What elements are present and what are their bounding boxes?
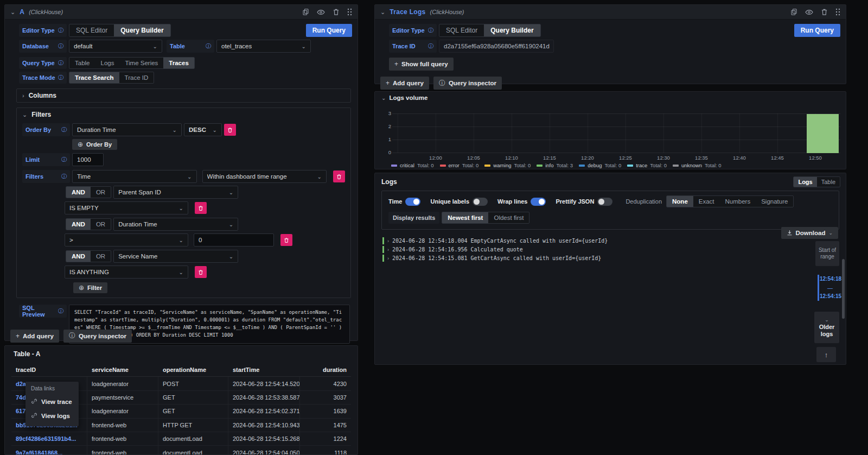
prettify-json-toggle[interactable]: Prettify JSON [556,198,612,206]
col-header-starttime[interactable]: startTime [228,363,300,376]
collapse-chevron-icon[interactable]: ⌄ [380,9,385,16]
filter-field-select[interactable]: Time⌄ [72,170,197,183]
unique-labels-toggle[interactable]: Unique labels [430,198,488,206]
dedup-option-none[interactable]: None [667,196,693,207]
legend-item-debug[interactable]: debugTotal: 0 [579,162,621,168]
add-order-by-button[interactable]: ⊕Order By [72,139,117,150]
info-icon[interactable]: ⓘ [428,27,433,34]
query-type-option-time-series[interactable]: Time Series [119,58,163,68]
remove-condition-button[interactable] [195,202,207,214]
trace-id-link[interactable]: 9a7af61841868... [11,446,87,455]
bool-option-and[interactable]: AND [66,187,91,198]
collapse-chevron-icon[interactable]: ⌄ [10,9,15,16]
order-by-field-select[interactable]: Duration Time⌄ [72,123,182,136]
drag-handle-icon[interactable] [347,8,352,16]
remove-order-by-button[interactable] [224,124,236,136]
trace-id-link[interactable]: 89cf4286e631591b4... [11,432,87,445]
hide-query-eye-icon[interactable] [317,9,325,16]
log-row[interactable]: › 2024-06-28 12:54:16.956 Calculated quo… [382,246,846,253]
add-query-button[interactable]: +Add query [10,330,59,343]
legend-item-unknown[interactable]: unknownTotal: 0 [673,162,722,168]
bool-option-or[interactable]: OR [91,187,111,198]
toggle-switch[interactable] [531,198,546,206]
remove-condition-button[interactable] [195,266,207,278]
scrollbar-thumb[interactable] [842,259,845,319]
info-icon[interactable]: ⓘ [58,27,63,34]
col-header-duration[interactable]: duration [300,363,351,376]
info-logs-bar[interactable] [807,114,839,153]
condition-field-select[interactable]: Parent Span ID⌄ [113,186,238,199]
query-type-option-traces[interactable]: Traces [163,58,194,68]
legend-item-trace[interactable]: traceTotal: 0 [627,162,667,168]
condition-operator-select[interactable]: >⌄ [65,233,188,247]
info-icon[interactable]: ⓘ [206,42,211,50]
expand-chevron-icon[interactable]: › [387,247,389,252]
order-by-direction-select[interactable]: DESC⌄ [184,123,222,136]
condition-operator-select[interactable]: IS ANYTHING⌄ [65,266,188,279]
legend-item-warning[interactable]: warningTotal: 0 [484,162,531,168]
col-header-traceid[interactable]: traceID [11,363,87,376]
info-icon[interactable]: ⓘ [61,173,67,180]
database-select[interactable]: default⌄ [69,40,162,53]
limit-input[interactable]: 1000 [72,153,104,166]
info-icon[interactable]: ⓘ [428,42,433,50]
duplicate-query-icon[interactable] [790,8,797,16]
view-option-logs[interactable]: Logs [794,177,816,187]
editor-type-option-sql-editor[interactable]: SQL Editor [69,24,114,36]
editor-type-option-sql-editor[interactable]: SQL Editor [439,24,484,36]
bool-option-or[interactable]: OR [91,219,111,230]
sort-option-newest-first[interactable]: Newest first [442,212,488,223]
remove-filter-button[interactable] [333,170,345,182]
toggle-switch[interactable] [597,198,612,206]
log-row[interactable]: › 2024-06-28 12:54:15.081 GetCartAsync c… [382,255,846,262]
legend-item-error[interactable]: errorTotal: 0 [440,162,479,168]
show-full-query-button[interactable]: +Show full query [389,58,454,71]
info-icon[interactable]: ⓘ [58,42,63,50]
log-row[interactable]: › 2024-06-28 12:54:18.004 EmptyCartAsync… [382,237,846,244]
older-logs-button[interactable]: ⌄ Older logs [814,312,839,343]
scroll-to-top-button[interactable]: ↑ [816,347,836,362]
condition-operator-select[interactable]: IS EMPTY⌄ [65,201,188,214]
col-header-servicename[interactable]: serviceName [87,363,158,376]
sort-option-oldest-first[interactable]: Oldest first [488,212,529,223]
duplicate-query-icon[interactable] [302,8,309,16]
logs-volume-chart[interactable] [392,113,840,153]
time-toggle[interactable]: Time [388,198,420,206]
view-trace-link[interactable]: View trace [25,395,79,409]
run-query-button[interactable]: Run Query [306,24,352,37]
info-icon[interactable]: ⓘ [58,74,63,81]
trace-id-input[interactable]: d2a7155ef6a928a05680e5ff6190241d [439,40,554,53]
filters-section-header[interactable]: ⌄ Filters [17,108,350,123]
remove-condition-button[interactable] [280,234,292,246]
condition-field-select[interactable]: Service Name⌄ [113,250,238,263]
info-icon[interactable]: ⓘ [61,126,67,134]
editor-type-option-query-builder[interactable]: Query Builder [114,24,170,36]
range-oldest-timestamp[interactable]: 12:54:15 [820,293,840,299]
toggle-switch[interactable] [473,198,488,206]
add-query-button[interactable]: +Add query [380,77,429,90]
query-type-option-table[interactable]: Table [69,58,95,68]
download-button[interactable]: Download ⌄ [781,227,839,239]
bool-option-and[interactable]: AND [66,219,91,230]
collapse-chevron-icon[interactable]: ⌄ [381,95,386,101]
view-logs-link[interactable]: View logs [25,409,79,423]
condition-field-select[interactable]: Duration Time⌄ [113,218,238,231]
bool-option-and[interactable]: AND [66,251,91,262]
col-header-operationname[interactable]: operationName [158,363,228,376]
legend-item-info[interactable]: infoTotal: 3 [537,162,573,168]
info-icon[interactable]: ⓘ [61,156,67,163]
trace-mode-option-trace-search[interactable]: Trace Search [69,72,119,83]
dedup-option-exact[interactable]: Exact [693,196,720,207]
query-type-option-logs[interactable]: Logs [95,58,120,68]
toggle-switch[interactable] [405,198,420,206]
dedup-option-numbers[interactable]: Numbers [720,196,756,207]
bool-option-or[interactable]: OR [91,251,111,262]
delete-query-icon[interactable] [333,8,340,16]
legend-item-critical[interactable]: criticalTotal: 0 [391,162,434,168]
query-inspector-button[interactable]: ⓘQuery inspector [63,330,132,343]
trace-mode-option-trace-id[interactable]: Trace ID [119,72,154,83]
table-select[interactable]: otel_traces⌄ [216,40,311,53]
columns-section-header[interactable]: › Columns [17,89,350,102]
run-query-button[interactable]: Run Query [794,24,840,37]
wrap-lines-toggle[interactable]: Wrap lines [497,198,546,206]
